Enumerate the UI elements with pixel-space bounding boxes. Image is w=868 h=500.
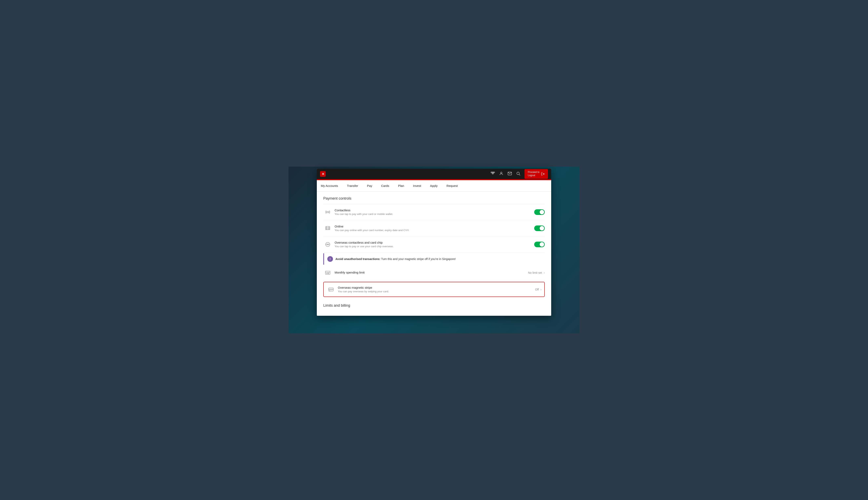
svg-rect-1 (492, 172, 493, 173)
svg-point-17 (327, 244, 328, 245)
nav-apply[interactable]: Apply (425, 180, 442, 192)
overseas-contactless-text: Overseas contactless and card chip You c… (334, 241, 534, 248)
svg-point-9 (517, 172, 519, 174)
overseas-magnetic-title: Overseas magnetic stripe (338, 286, 535, 289)
overseas-contactless-row: Overseas contactless and card chip You c… (323, 236, 545, 252)
close-button[interactable]: ✕ (320, 171, 326, 177)
overseas-contactless-icon (323, 242, 332, 247)
warning-text: Avoid unauthorised transactions: Turn th… (335, 257, 456, 261)
contactless-row: Contactless You can tap to pay with your… (323, 204, 545, 220)
online-row: Online You can pay online with your card… (323, 220, 545, 236)
svg-rect-0 (491, 172, 492, 173)
svg-rect-14 (326, 226, 330, 229)
svg-line-10 (519, 174, 520, 175)
user-icon[interactable] (499, 171, 503, 177)
nav-bar: My Accounts Transfer Pay Cards Plan Inve… (317, 180, 551, 192)
nav-cards[interactable]: Cards (377, 180, 393, 192)
online-subtitle: You can pay online with your card number… (334, 229, 534, 232)
monthly-spending-text: Monthly spending limit (334, 271, 528, 275)
monthly-spending-icon (323, 270, 332, 275)
top-bar-icons: Proceed to Logout (491, 169, 548, 179)
overseas-magnetic-row[interactable]: Overseas magnetic stripe You can pay ove… (323, 282, 545, 297)
top-bar: ✕ (317, 169, 551, 179)
limits-billing-title: Limits and billing (323, 298, 545, 309)
search-icon[interactable] (516, 171, 521, 177)
monthly-spending-chevron: › (544, 271, 545, 274)
nav-request[interactable]: Request (442, 180, 462, 192)
toggle-knob-overseas (540, 242, 544, 247)
monthly-spending-row[interactable]: Monthly spending limit No limit set › (323, 265, 545, 280)
svg-rect-3 (492, 173, 493, 174)
mail-icon[interactable] (507, 171, 512, 177)
toggle-knob-online (540, 226, 544, 230)
screen-background: ✕ (288, 167, 580, 333)
content-area: Payment controls (317, 192, 551, 316)
svg-point-12 (327, 211, 329, 213)
overseas-contactless-subtitle: You can tap to pay or use your card chip… (334, 245, 534, 248)
monthly-spending-title: Monthly spending limit (334, 271, 528, 274)
nav-my-accounts[interactable]: My Accounts (321, 180, 342, 192)
content-inner: Payment controls (317, 192, 551, 316)
monthly-spending-value: No limit set (528, 271, 542, 274)
nav-invest[interactable]: Invest (409, 180, 425, 192)
nav-plan[interactable]: Plan (393, 180, 409, 192)
overseas-magnetic-text: Overseas magnetic stripe You can pay ove… (338, 286, 535, 293)
svg-rect-20 (328, 273, 329, 274)
svg-point-7 (501, 172, 502, 173)
network-icon[interactable] (491, 171, 495, 177)
overseas-magnetic-chevron: › (540, 288, 541, 291)
overseas-contactless-title: Overseas contactless and card chip (334, 241, 534, 244)
online-text: Online You can pay online with your card… (334, 225, 534, 232)
warning-banner: ! Avoid unauthorised transactions: Turn … (323, 253, 545, 265)
contactless-title: Contactless (334, 208, 534, 212)
overseas-magnetic-subtitle: You can pay overseas by swiping your car… (338, 290, 535, 293)
browser-window: ✕ (317, 169, 551, 316)
contactless-toggle[interactable] (534, 209, 545, 215)
logout-label: Proceed to Logout (528, 171, 539, 177)
svg-rect-2 (494, 172, 495, 173)
payment-controls-title: Payment controls (323, 192, 545, 204)
svg-point-23 (330, 290, 330, 291)
online-title: Online (334, 225, 534, 228)
contactless-subtitle: You can tap to pay with your card or mob… (334, 213, 534, 216)
svg-rect-24 (331, 290, 333, 291)
contactless-text: Contactless You can tap to pay with your… (334, 208, 534, 216)
nav-transfer[interactable]: Transfer (342, 180, 363, 192)
online-icon (323, 226, 332, 231)
svg-point-16 (326, 242, 330, 247)
overseas-magnetic-icon (327, 287, 335, 292)
contactless-icon (323, 209, 332, 215)
svg-rect-18 (325, 271, 330, 274)
logout-button[interactable]: Proceed to Logout (525, 169, 548, 179)
overseas-contactless-toggle[interactable] (534, 242, 545, 247)
online-toggle[interactable] (534, 226, 545, 231)
warning-icon: ! (327, 256, 333, 262)
toggle-knob (540, 210, 544, 214)
nav-pay[interactable]: Pay (363, 180, 377, 192)
overseas-magnetic-value: Off (535, 288, 539, 291)
svg-point-19 (326, 273, 327, 274)
